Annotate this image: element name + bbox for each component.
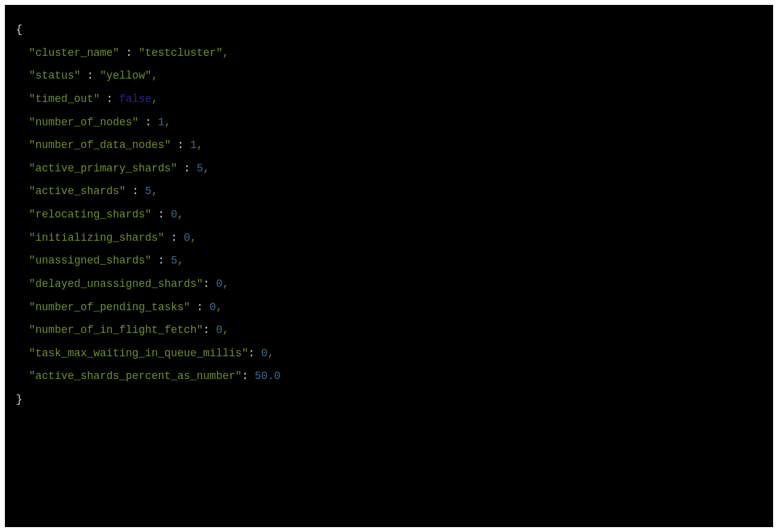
json-key: "number_of_pending_tasks"	[29, 301, 191, 313]
json-comma: ,	[203, 162, 210, 174]
json-key: "number_of_data_nodes"	[29, 139, 171, 151]
json-value: 0	[210, 301, 216, 313]
json-key: "task_max_waiting_in_queue_millis"	[29, 347, 248, 359]
json-entry-line: "timed_out" : false,	[16, 88, 762, 111]
json-value: 50.0	[255, 370, 281, 382]
json-value: 0	[261, 347, 268, 359]
json-colon: :	[248, 347, 261, 359]
json-entry-line: "number_of_data_nodes" : 1,	[16, 134, 762, 157]
json-key: "status"	[29, 69, 81, 82]
json-key: "timed_out"	[29, 93, 100, 105]
json-value: 5	[197, 162, 203, 174]
json-colon: :	[191, 301, 210, 313]
json-key: "cluster_name"	[29, 47, 119, 59]
json-comma: ,	[178, 254, 184, 267]
json-comma: ,	[268, 347, 275, 359]
json-open-brace-line: {	[16, 18, 762, 42]
json-colon: :	[152, 208, 171, 221]
json-colon: :	[81, 69, 100, 82]
json-entry-line: "task_max_waiting_in_queue_millis": 0,	[16, 342, 762, 366]
json-value: 0	[216, 324, 223, 336]
json-value: "yellow"	[100, 69, 152, 82]
json-colon: :	[178, 162, 197, 174]
json-comma: ,	[222, 278, 229, 290]
json-value: 0	[171, 208, 178, 221]
json-key: "delayed_unassigned_shards"	[29, 278, 203, 290]
json-entry-line: "number_of_nodes" : 1,	[16, 111, 762, 135]
json-close-brace-line: }	[16, 388, 762, 412]
json-key: "initializing_shards"	[29, 232, 165, 244]
json-comma: ,	[191, 232, 197, 244]
json-value: 1	[158, 116, 165, 128]
json-entry-line: "active_shards_percent_as_number": 50.0	[16, 365, 762, 388]
json-comma: ,	[165, 116, 171, 128]
json-value: 0	[184, 232, 191, 244]
json-entry-line: "initializing_shards" : 0,	[16, 227, 762, 250]
json-key: "active_shards_percent_as_number"	[29, 370, 242, 382]
json-colon: :	[119, 47, 139, 59]
json-key: "unassigned_shards"	[29, 254, 152, 267]
json-key: "relocating_shards"	[29, 208, 152, 221]
json-comma: ,	[152, 185, 159, 197]
json-value: 1	[191, 139, 197, 151]
open-brace: {	[16, 23, 23, 36]
json-colon: :	[165, 232, 184, 244]
json-key: "number_of_nodes"	[29, 116, 139, 128]
json-colon: :	[100, 93, 120, 105]
json-colon: :	[242, 370, 255, 382]
json-entry-line: "unassigned_shards" : 5,	[16, 249, 762, 273]
json-colon: :	[171, 139, 191, 151]
json-comma: ,	[178, 208, 184, 221]
json-colon: :	[203, 324, 216, 336]
json-value: 5	[145, 185, 152, 197]
json-entry-line: "number_of_pending_tasks" : 0,	[16, 296, 762, 319]
json-key: "number_of_in_flight_fetch"	[29, 324, 203, 336]
terminal-output: { "cluster_name" : "testcluster", "statu…	[5, 5, 773, 527]
close-brace: }	[16, 393, 23, 405]
json-comma: ,	[222, 324, 229, 336]
json-colon: :	[152, 254, 171, 267]
json-value: false	[119, 93, 152, 105]
json-value: 5	[171, 254, 178, 267]
json-entry-line: "relocating_shards" : 0,	[16, 203, 762, 227]
json-comma: ,	[152, 69, 159, 82]
json-key: "active_primary_shards"	[29, 162, 178, 174]
json-entry-line: "active_shards" : 5,	[16, 180, 762, 203]
json-comma: ,	[216, 301, 223, 313]
json-entry-line: "number_of_in_flight_fetch": 0,	[16, 319, 762, 342]
json-key: "active_shards"	[29, 185, 126, 197]
json-entry-line: "active_primary_shards" : 5,	[16, 157, 762, 181]
json-colon: :	[139, 116, 159, 128]
json-comma: ,	[197, 139, 203, 151]
json-value: 0	[216, 278, 223, 290]
json-entry-line: "status" : "yellow",	[16, 65, 762, 88]
json-comma: ,	[222, 47, 229, 59]
json-colon: :	[126, 185, 146, 197]
json-entry-line: "cluster_name" : "testcluster",	[16, 42, 762, 65]
json-comma: ,	[152, 93, 159, 105]
json-entry-line: "delayed_unassigned_shards": 0,	[16, 273, 762, 296]
json-value: "testcluster"	[139, 47, 223, 59]
json-colon: :	[203, 278, 216, 290]
